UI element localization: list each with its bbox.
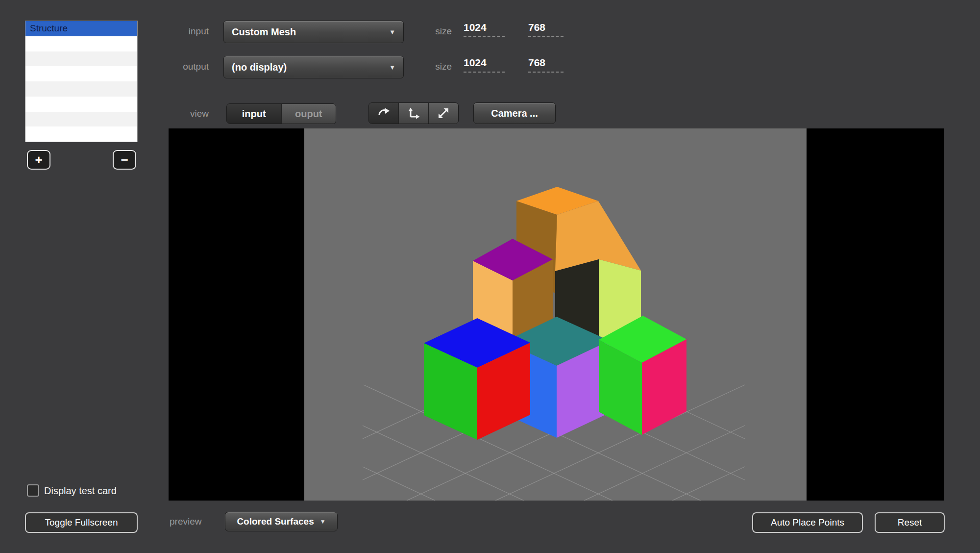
app-window: Structure + − input Custom Mesh ▼ size 1… xyxy=(0,0,980,553)
view-label: view xyxy=(165,108,209,119)
toggle-fullscreen-button[interactable]: Toggle Fullscreen xyxy=(25,512,138,533)
translate-icon xyxy=(407,106,420,120)
list-row-empty[interactable] xyxy=(25,81,137,97)
output-display-value: (no display) xyxy=(232,62,287,73)
chevron-down-icon: ▼ xyxy=(320,518,326,525)
output-size-label: size xyxy=(421,61,452,72)
input-width-field[interactable]: 1024 xyxy=(464,22,505,37)
preview-viewport[interactable] xyxy=(169,128,944,501)
add-structure-button[interactable]: + xyxy=(27,150,50,170)
rotate-icon xyxy=(377,106,391,120)
chevron-down-icon: ▼ xyxy=(389,28,395,36)
view-output-segment[interactable]: ouput xyxy=(281,104,336,124)
preview-area xyxy=(169,128,944,501)
reset-button[interactable]: Reset xyxy=(875,512,945,533)
cube-right xyxy=(599,316,686,435)
list-row-empty[interactable] xyxy=(25,36,137,51)
input-label: input xyxy=(165,26,209,37)
input-size-label: size xyxy=(421,26,452,37)
rotate-tool-button[interactable] xyxy=(369,103,398,124)
input-source-value: Custom Mesh xyxy=(232,26,296,38)
output-height-field[interactable]: 768 xyxy=(528,57,564,73)
list-item-structure[interactable]: Structure xyxy=(25,21,137,36)
output-display-dropdown[interactable]: (no display) ▼ xyxy=(223,56,404,78)
preview-label: preview xyxy=(170,516,209,527)
cube-left xyxy=(424,318,530,440)
scale-tool-button[interactable] xyxy=(428,103,458,124)
auto-place-points-button[interactable]: Auto Place Points xyxy=(752,512,863,533)
preview-mode-value: Colored Surfaces xyxy=(237,516,314,527)
list-row-empty[interactable] xyxy=(25,112,137,127)
output-label: output xyxy=(165,61,209,72)
transform-tool-group xyxy=(368,102,459,124)
view-segmented-control: input ouput xyxy=(226,103,336,124)
camera-button[interactable]: Camera ... xyxy=(473,102,556,124)
list-row-empty[interactable] xyxy=(25,66,137,81)
input-height-field[interactable]: 768 xyxy=(528,22,564,37)
view-input-segment[interactable]: input xyxy=(227,104,281,124)
structure-list[interactable]: Structure xyxy=(25,21,138,142)
list-row-empty[interactable] xyxy=(25,126,137,142)
translate-tool-button[interactable] xyxy=(398,103,428,124)
display-test-card-checkbox[interactable] xyxy=(27,484,39,497)
list-row-empty[interactable] xyxy=(25,97,137,112)
output-width-field[interactable]: 1024 xyxy=(464,57,505,73)
input-source-dropdown[interactable]: Custom Mesh ▼ xyxy=(223,21,404,43)
display-test-card-label: Display test card xyxy=(44,485,117,497)
remove-structure-button[interactable]: − xyxy=(113,150,136,170)
preview-mode-dropdown[interactable]: Colored Surfaces ▼ xyxy=(225,512,338,531)
list-row-empty[interactable] xyxy=(25,51,137,67)
chevron-down-icon: ▼ xyxy=(389,64,395,71)
scale-icon xyxy=(437,106,450,120)
